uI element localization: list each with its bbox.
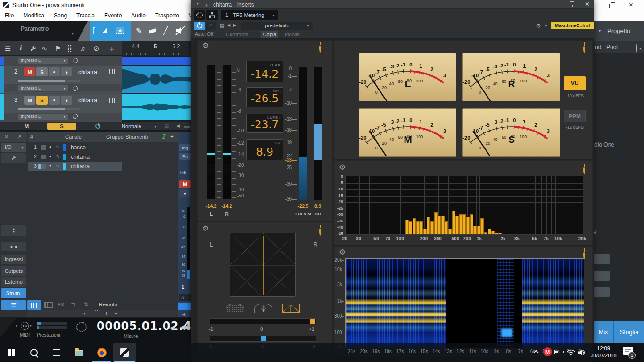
gear-icon[interactable]: ⚙ <box>339 248 346 256</box>
keyboard-icon[interactable] <box>44 302 53 308</box>
meters-tab[interactable] <box>27 300 41 310</box>
auto-status[interactable]: Auto: Off <box>195 32 213 37</box>
paint-tool-icon[interactable]: ✎ <box>136 26 142 36</box>
insert-slot-dropdown[interactable]: 1 - TR5 Metering ▼ <box>221 10 278 20</box>
wave-icon[interactable]: ∿ <box>56 163 60 169</box>
preset-dropdown[interactable]: predefinito ▼ <box>241 22 313 30</box>
add-insert-icon[interactable]: ＋ <box>204 1 209 9</box>
menu-item-evento[interactable]: Evento <box>99 10 126 21</box>
task-view-button[interactable] <box>45 343 68 362</box>
strip-mute-button[interactable]: M <box>179 180 191 188</box>
prev-icon[interactable]: ◀ <box>182 312 185 317</box>
notification-icon[interactable]: 1 <box>623 347 633 355</box>
incolla-button[interactable]: Incolla <box>285 32 300 37</box>
sidebar-item-esterno[interactable]: Esterno <box>1 277 26 287</box>
next-preset-icon[interactable]: ▶ <box>233 23 236 27</box>
tray-chevron-icon[interactable] <box>533 350 538 355</box>
browser-button[interactable] <box>594 271 610 281</box>
start-button[interactable] <box>0 343 23 362</box>
strip-pre-row[interactable]: Pri <box>179 153 191 160</box>
console-row[interactable]: 3●∿chitarra <box>28 162 122 171</box>
sidebar-item-strum[interactable]: Strum. <box>1 288 26 298</box>
mute-button[interactable]: M <box>24 67 35 76</box>
record-dot-icon[interactable]: ● <box>49 164 51 168</box>
volume-slider[interactable] <box>18 108 80 110</box>
record-dot-icon[interactable]: ● <box>49 145 51 149</box>
close-icon[interactable]: ✕ <box>4 134 8 140</box>
col-strumenti[interactable]: Strumenti <box>125 134 148 140</box>
power-icon[interactable] <box>583 43 585 53</box>
plus-icon[interactable]: + <box>105 310 108 317</box>
scope-mode-dots-button[interactable] <box>226 304 244 313</box>
rewind-icon[interactable]: ◀◀ <box>180 323 187 331</box>
counter-unit[interactable]: Misure <box>97 334 165 339</box>
automation-icon[interactable]: ∿ <box>41 44 48 53</box>
monitor-circle-button[interactable] <box>73 114 78 119</box>
metronome-icon[interactable]: ⊘ <box>93 44 99 53</box>
eraser-tool-icon[interactable] <box>149 28 156 34</box>
scope-mode-burst-button[interactable] <box>254 304 272 313</box>
transport-counter[interactable]: 00005.01.02.45 <box>97 320 165 333</box>
gear-icon[interactable]: ⚙ <box>339 164 346 171</box>
remoto-button[interactable]: Remoto <box>99 302 117 307</box>
add-track-icon[interactable]: ＋ <box>107 43 116 55</box>
console-row[interactable]: 2●∿chitarra <box>28 152 122 162</box>
track3-header[interactable]: 3 M S ● ◑ chitarra Ingresso L▼ <box>4 94 122 120</box>
knob-view-button[interactable] <box>194 10 205 20</box>
prev-icon[interactable]: ◀ <box>176 123 180 128</box>
info-icon[interactable]: i <box>20 44 22 52</box>
mix-button[interactable]: Mix <box>593 321 614 343</box>
row-gray-box[interactable] <box>41 145 46 150</box>
volume-slider[interactable] <box>18 80 80 82</box>
solo-button[interactable]: S <box>36 67 48 76</box>
automation-knob-button[interactable]: ◠ <box>206 22 216 30</box>
wrench-icon[interactable] <box>29 45 37 55</box>
power-icon[interactable] <box>319 43 321 53</box>
monitor-button[interactable]: ◑ <box>61 67 72 76</box>
power-icon[interactable] <box>95 123 100 129</box>
routing-button[interactable] <box>206 10 218 20</box>
grid-icon[interactable]: ⣿ <box>67 44 72 53</box>
search-button[interactable] <box>23 343 45 362</box>
solo-button[interactable]: S <box>36 96 48 105</box>
confronta-button[interactable]: Confronta <box>226 32 248 37</box>
list-icon[interactable]: ☰ <box>5 44 11 53</box>
sidebar-item-ingressi[interactable]: Ingressi <box>1 255 26 264</box>
record-button[interactable]: ● <box>49 67 60 76</box>
wave-icon[interactable]: ∿ <box>56 153 60 159</box>
input-select[interactable]: Ingresso L▼ <box>18 114 68 120</box>
minibar-mute[interactable]: M <box>25 123 29 129</box>
monitor-circle-button[interactable] <box>73 86 78 91</box>
monitor-circle-button[interactable] <box>73 58 78 63</box>
browser-button[interactable] <box>594 287 610 297</box>
browser-button[interactable] <box>594 254 610 264</box>
marquee-tool-icon[interactable]: ✱ <box>116 27 124 34</box>
audio-event-track2[interactable] <box>122 66 191 93</box>
routing-icon[interactable]: ⊐ <box>71 301 75 308</box>
audio-event-track3[interactable] <box>122 94 191 120</box>
gear-icon[interactable]: ⚙ <box>202 42 209 49</box>
mega-tray-icon[interactable]: M <box>543 347 552 356</box>
tab-cloud-partial[interactable]: ud <box>595 44 601 50</box>
tab-progetto[interactable]: Progetto <box>607 27 630 34</box>
prestazioni-label[interactable]: Prestazioni <box>37 332 60 337</box>
menu-item-file[interactable]: File <box>0 10 18 21</box>
timeline-ruler[interactable]: 4.4 5 5.2 <box>122 41 191 56</box>
line-tool-icon[interactable]: ╱ <box>163 26 168 36</box>
audio-event-track1[interactable] <box>122 57 191 65</box>
wave-icon[interactable]: ∿ <box>56 144 60 150</box>
menu-item-audio[interactable]: Audio <box>126 10 150 21</box>
marker-flag-icon[interactable]: ⚑ <box>55 44 61 53</box>
strip-input-row[interactable]: Ing <box>179 144 191 151</box>
zoom-z-icon[interactable]: Z <box>162 133 165 140</box>
step-back-icon[interactable]: ◀ <box>170 324 174 331</box>
scope-mode-diamond-button[interactable] <box>282 304 300 313</box>
preset-doc-icon[interactable]: ▤ <box>220 22 224 28</box>
mute-tool-icon[interactable] <box>175 26 186 37</box>
expand-button[interactable]: ▲▼ <box>1 225 26 236</box>
scrollbar-handle[interactable] <box>184 126 190 128</box>
strip-name-box[interactable]: A <box>179 294 191 301</box>
io-dropdown[interactable]: I/O ▼ <box>1 143 26 152</box>
close-icon[interactable]: × <box>629 0 633 8</box>
notes-icon[interactable]: ♫ <box>80 44 85 52</box>
